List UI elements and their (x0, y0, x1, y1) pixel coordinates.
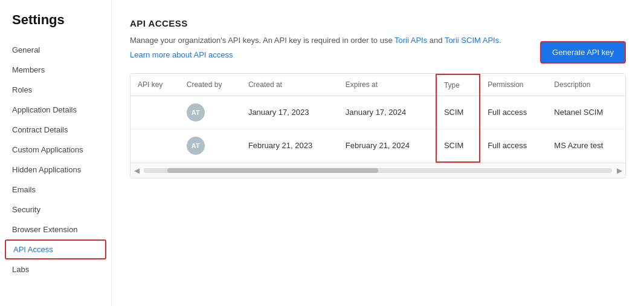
sidebar-item-custom-applications[interactable]: Custom Applications (0, 140, 111, 160)
sidebar: Settings General Members Roles Applicati… (0, 0, 112, 306)
scrollbar-track (144, 168, 612, 173)
avatar: AT (187, 103, 205, 122)
cell-api-key (130, 96, 179, 129)
cell-description: Netanel SCIM (547, 96, 625, 129)
learn-more-link[interactable]: Learn more about API access (130, 50, 233, 59)
api-keys-table: API key Created by Created at Expires at… (130, 74, 625, 163)
scroll-right-arrow[interactable]: ▶ (613, 166, 625, 175)
col-type: Type (436, 74, 480, 96)
cell-expires-at: February 21, 2024 (338, 129, 436, 162)
sidebar-item-security[interactable]: Security (0, 200, 111, 220)
section-title: API ACCESS (130, 18, 626, 28)
sidebar-item-contract-details[interactable]: Contract Details (0, 120, 111, 140)
cell-description: MS Azure test (547, 129, 625, 162)
table-row: AT January 17, 2023 January 17, 2024 SCI… (130, 96, 625, 129)
sidebar-item-labs[interactable]: Labs (0, 259, 111, 279)
sidebar-item-emails[interactable]: Emails (0, 180, 111, 200)
sidebar-item-roles[interactable]: Roles (0, 80, 111, 100)
sidebar-item-general[interactable]: General (0, 40, 111, 60)
cell-created-at: February 21, 2023 (241, 129, 338, 162)
api-keys-table-wrapper: API key Created by Created at Expires at… (130, 73, 626, 178)
torii-apis-link[interactable]: Torii APIs (394, 36, 427, 45)
cell-created-by: AT (179, 96, 241, 129)
col-api-key: API key (130, 74, 179, 96)
table-row: AT February 21, 2023 February 21, 2024 S… (130, 129, 625, 162)
horizontal-scrollbar[interactable]: ◀ ▶ (130, 163, 625, 178)
sidebar-item-application-details[interactable]: Application Details (0, 100, 111, 120)
scroll-left-arrow[interactable]: ◀ (130, 166, 143, 175)
sidebar-item-api-access[interactable]: API Access (5, 239, 106, 259)
cell-api-key (130, 129, 179, 162)
sidebar-item-hidden-applications[interactable]: Hidden Applications (0, 160, 111, 180)
torii-scim-apis-link[interactable]: Torii SCIM APIs (445, 36, 499, 45)
sidebar-item-members[interactable]: Members (0, 60, 111, 80)
main-content: API ACCESS Manage your organization's AP… (112, 0, 644, 306)
and-text: and (427, 36, 445, 45)
avatar: AT (187, 137, 205, 155)
col-expires-at: Expires at (338, 74, 436, 96)
table-scroll-area[interactable]: API key Created by Created at Expires at… (130, 74, 625, 163)
period: . (499, 36, 501, 45)
col-created-at: Created at (241, 74, 338, 96)
description-text: Manage your organization's API keys. An … (130, 36, 394, 45)
cell-created-at: January 17, 2023 (241, 96, 338, 129)
cell-type: SCIM (436, 129, 480, 162)
col-created-by: Created by (179, 74, 241, 96)
col-description: Description (547, 74, 625, 96)
scrollbar-thumb[interactable] (167, 168, 378, 173)
cell-created-by: AT (179, 129, 241, 162)
generate-api-key-button[interactable]: Generate API key (540, 41, 626, 63)
sidebar-item-browser-extension[interactable]: Browser Extension (0, 220, 111, 239)
cell-expires-at: January 17, 2024 (338, 96, 436, 129)
cell-permission: Full access (480, 129, 547, 162)
page-title: Settings (0, 12, 111, 40)
cell-type: SCIM (436, 96, 480, 129)
col-permission: Permission (480, 74, 547, 96)
cell-permission: Full access (480, 96, 547, 129)
